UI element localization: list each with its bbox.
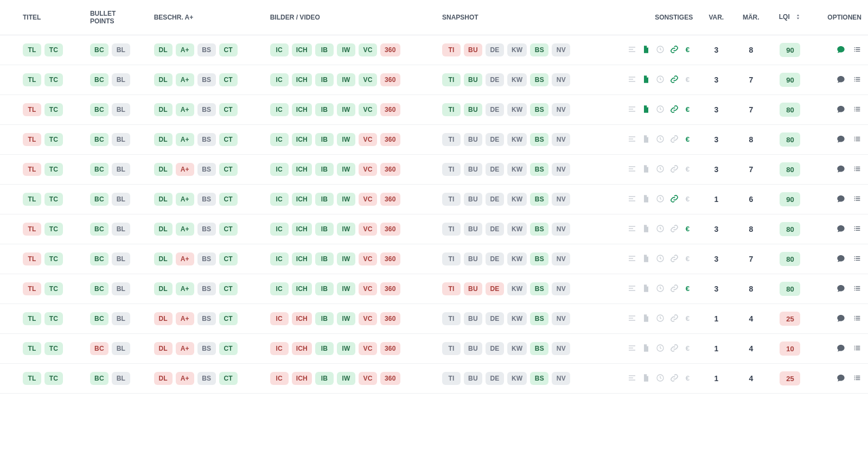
pill-vc[interactable]: VC bbox=[359, 282, 377, 295]
pill-360[interactable]: 360 bbox=[380, 163, 400, 176]
menu-icon[interactable] bbox=[853, 314, 861, 324]
pill-ic[interactable]: IC bbox=[270, 252, 289, 265]
pill-ib[interactable]: IB bbox=[315, 342, 334, 355]
pill-ich[interactable]: ICH bbox=[292, 312, 312, 325]
pill-bu[interactable]: BU bbox=[464, 282, 482, 295]
pill-bl[interactable]: BL bbox=[112, 252, 130, 265]
pill-ich[interactable]: ICH bbox=[292, 223, 312, 236]
pill-bs[interactable]: BS bbox=[530, 312, 548, 325]
pill-ic[interactable]: IC bbox=[270, 43, 289, 56]
pill-bs[interactable]: BS bbox=[530, 372, 548, 385]
euro-icon[interactable] bbox=[684, 344, 693, 354]
pill-ib[interactable]: IB bbox=[315, 73, 334, 86]
pill-ic[interactable]: IC bbox=[270, 282, 289, 295]
comment-icon[interactable] bbox=[837, 284, 845, 294]
pill-de[interactable]: DE bbox=[486, 193, 504, 206]
pill-360[interactable]: 360 bbox=[380, 193, 400, 206]
pill-360[interactable]: 360 bbox=[380, 282, 400, 295]
col-optionen[interactable]: OPTIONEN bbox=[812, 0, 868, 35]
pill-tl[interactable]: TL bbox=[23, 43, 41, 56]
pill-360[interactable]: 360 bbox=[380, 133, 400, 146]
pill-tl[interactable]: TL bbox=[23, 73, 41, 86]
menu-icon[interactable] bbox=[853, 165, 861, 175]
link-icon[interactable] bbox=[670, 224, 679, 235]
pill-ct[interactable]: CT bbox=[219, 312, 238, 325]
pill-nv[interactable]: NV bbox=[552, 372, 570, 385]
pill-kw[interactable]: KW bbox=[507, 252, 527, 265]
pill-a+[interactable]: A+ bbox=[176, 133, 194, 146]
pill-nv[interactable]: NV bbox=[552, 223, 570, 236]
pill-ich[interactable]: ICH bbox=[292, 342, 312, 355]
pill-bu[interactable]: BU bbox=[464, 103, 482, 116]
pill-dl[interactable]: DL bbox=[154, 73, 173, 86]
pill-iw[interactable]: IW bbox=[337, 73, 355, 86]
pill-ich[interactable]: ICH bbox=[292, 163, 312, 176]
col-bilder[interactable]: BILDER / VIDEO bbox=[264, 0, 436, 35]
pill-tl[interactable]: TL bbox=[23, 193, 41, 206]
pill-bs[interactable]: BS bbox=[530, 163, 548, 176]
pill-vc[interactable]: VC bbox=[359, 43, 377, 56]
euro-icon[interactable] bbox=[684, 194, 693, 205]
pill-bl[interactable]: BL bbox=[112, 163, 130, 176]
pill-bs[interactable]: BS bbox=[197, 73, 216, 86]
lqi-badge[interactable]: 80 bbox=[780, 162, 800, 176]
euro-icon[interactable] bbox=[684, 75, 693, 85]
pill-360[interactable]: 360 bbox=[380, 73, 400, 86]
pill-dl[interactable]: DL bbox=[154, 163, 173, 176]
clock-icon[interactable] bbox=[656, 314, 665, 324]
document-icon[interactable] bbox=[642, 344, 650, 354]
pill-bs[interactable]: BS bbox=[197, 133, 216, 146]
pill-ib[interactable]: IB bbox=[315, 133, 334, 146]
pill-bs[interactable]: BS bbox=[530, 43, 548, 56]
pill-bs[interactable]: BS bbox=[197, 163, 216, 176]
pill-ti[interactable]: TI bbox=[442, 73, 461, 86]
pill-bl[interactable]: BL bbox=[112, 372, 130, 385]
pill-ic[interactable]: IC bbox=[270, 163, 289, 176]
pill-vc[interactable]: VC bbox=[359, 252, 377, 265]
link-icon[interactable] bbox=[670, 314, 679, 324]
comment-icon[interactable] bbox=[837, 254, 845, 264]
lqi-badge[interactable]: 90 bbox=[780, 73, 800, 87]
pill-360[interactable]: 360 bbox=[380, 252, 400, 265]
comment-icon[interactable] bbox=[837, 344, 845, 354]
align-icon[interactable] bbox=[628, 135, 636, 145]
pill-kw[interactable]: KW bbox=[507, 103, 527, 116]
pill-bl[interactable]: BL bbox=[112, 103, 130, 116]
pill-ti[interactable]: TI bbox=[442, 223, 461, 236]
pill-ct[interactable]: CT bbox=[219, 193, 238, 206]
pill-ich[interactable]: ICH bbox=[292, 282, 312, 295]
pill-ct[interactable]: CT bbox=[219, 73, 238, 86]
euro-icon[interactable] bbox=[684, 45, 693, 55]
pill-tl[interactable]: TL bbox=[23, 223, 41, 236]
pill-ich[interactable]: ICH bbox=[292, 73, 312, 86]
pill-bu[interactable]: BU bbox=[464, 252, 482, 265]
pill-ti[interactable]: TI bbox=[442, 252, 461, 265]
pill-a+[interactable]: A+ bbox=[176, 163, 194, 176]
col-maer[interactable]: MÄR. bbox=[733, 0, 769, 35]
clock-icon[interactable] bbox=[656, 165, 665, 175]
pill-a+[interactable]: A+ bbox=[176, 312, 194, 325]
pill-ic[interactable]: IC bbox=[270, 103, 289, 116]
pill-360[interactable]: 360 bbox=[380, 342, 400, 355]
pill-kw[interactable]: KW bbox=[507, 223, 527, 236]
pill-dl[interactable]: DL bbox=[154, 133, 173, 146]
pill-360[interactable]: 360 bbox=[380, 43, 400, 56]
pill-kw[interactable]: KW bbox=[507, 193, 527, 206]
clock-icon[interactable] bbox=[656, 254, 665, 264]
pill-bu[interactable]: BU bbox=[464, 223, 482, 236]
pill-bs[interactable]: BS bbox=[530, 342, 548, 355]
pill-bu[interactable]: BU bbox=[464, 73, 482, 86]
pill-ic[interactable]: IC bbox=[270, 223, 289, 236]
pill-a+[interactable]: A+ bbox=[176, 103, 194, 116]
pill-bc[interactable]: BC bbox=[90, 312, 108, 325]
col-sonstiges[interactable]: SONSTIGES bbox=[605, 0, 699, 35]
pill-ich[interactable]: ICH bbox=[292, 252, 312, 265]
comment-icon[interactable] bbox=[837, 75, 845, 85]
pill-ic[interactable]: IC bbox=[270, 372, 289, 385]
pill-ti[interactable]: TI bbox=[442, 372, 461, 385]
pill-iw[interactable]: IW bbox=[337, 312, 355, 325]
pill-ct[interactable]: CT bbox=[219, 133, 238, 146]
pill-ic[interactable]: IC bbox=[270, 133, 289, 146]
pill-a+[interactable]: A+ bbox=[176, 193, 194, 206]
pill-tc[interactable]: TC bbox=[44, 372, 63, 385]
